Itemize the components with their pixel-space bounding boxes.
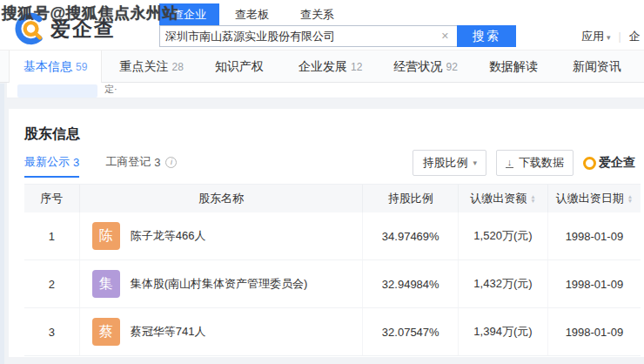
nav-count: 28: [171, 61, 183, 73]
nav-label: 经营状况: [393, 59, 442, 75]
row-index: 3: [24, 308, 80, 355]
tab-search-relation[interactable]: 查关系: [285, 3, 350, 27]
search-button[interactable]: 搜索: [457, 25, 516, 47]
nav-label: 重点关注: [119, 59, 168, 75]
shareholder-name-cell: 陈 陈子龙等466人: [80, 212, 364, 260]
tab-count: 3: [73, 156, 79, 169]
col-label: 认缴出资额: [470, 191, 527, 206]
subscribed-date: 1998-01-09: [548, 260, 641, 307]
nav-count: 92: [446, 61, 457, 73]
search-box: ✕: [159, 25, 457, 47]
sohu-watermark-text: 搜狐号@搜狐焦点永州站: [2, 3, 178, 24]
subscribed-amount: 1,394万(元): [459, 308, 548, 355]
table-header-row: 序号 股东名称 持股比例 认缴出资额 ▲ ▼ 认缴出资日期: [24, 184, 641, 212]
subscribed-amount: 1,432万(元): [459, 260, 548, 307]
holding-ratio-filter-button[interactable]: 持股比例 ▾: [413, 150, 486, 176]
info-icon[interactable]: i: [165, 157, 177, 168]
nav-count: 12: [351, 61, 362, 73]
col-label: 持股比例: [388, 191, 433, 206]
tab-latest-announcement[interactable]: 最新公示 3: [24, 154, 79, 178]
shareholder-name-link[interactable]: 陈子龙等466人: [131, 228, 206, 244]
header-right-menu: 应用▾ | 企: [581, 29, 644, 44]
shareholders-table: 序号 股东名称 持股比例 认缴出资额 ▲ ▼ 认缴出资日期: [24, 184, 641, 356]
sort-down-icon: ▼: [627, 199, 633, 203]
subscribed-amount: 1,520万(元): [459, 212, 548, 260]
column-header-no: 序号: [24, 185, 80, 212]
table-row: 3 蔡 蔡冠华等741人 32.07547% 1,394万(元) 1998-01…: [24, 308, 641, 356]
shareholder-name-link[interactable]: 蔡冠华等741人: [131, 324, 206, 340]
download-bar: [506, 167, 513, 168]
subscribed-date: 1998-01-09: [548, 212, 641, 260]
nav-label: 企业发展: [299, 59, 347, 75]
shareholder-name-cell: 蔡 蔡冠华等741人: [80, 308, 364, 355]
aiqicha-ring-icon: [583, 157, 596, 170]
holding-ratio: 32.94984%: [363, 260, 459, 307]
row-index: 2: [24, 260, 80, 307]
column-header-date: 认缴出资日期 ▲ ▼: [548, 185, 641, 212]
sort-icon[interactable]: ▲ ▼: [530, 194, 535, 203]
filter-label: 持股比例: [422, 155, 467, 171]
truncated-menu-item[interactable]: 企: [629, 29, 641, 44]
nav-tab-basic-info[interactable]: 基本信息 59: [9, 51, 102, 83]
apps-menu[interactable]: 应用▾: [581, 29, 611, 44]
download-icon: ↓: [506, 158, 513, 168]
aiqicha-watermark-text: 爱企查: [599, 155, 635, 171]
window-left-edge: [0, 84, 4, 364]
search-bar: ✕ 搜索: [159, 25, 516, 47]
holding-ratio: 34.97469%: [363, 212, 459, 260]
column-header-ratio: 持股比例: [363, 185, 459, 212]
download-arrow: ↓: [507, 158, 513, 166]
scrolled-content-fragment: 定·: [7, 83, 644, 98]
shareholders-card: 股东信息 最新公示 3 工商登记 3 i 持股比例 ▾ ↓ 下: [9, 109, 644, 357]
nav-tab-key-focus[interactable]: 重点关注 28: [105, 51, 197, 83]
section-title: 股东信息: [24, 125, 80, 144]
shareholder-name-link[interactable]: 集体股(南山村集体资产管理委员会): [131, 276, 308, 292]
aiqicha-page: 爱企查 查企业 查老板 查关系 ✕ 搜索 应用▾ | 企 搜狐号@搜狐焦点永州站: [0, 0, 644, 364]
shareholder-tabs: 最新公示 3 工商登记 3 i: [24, 154, 177, 178]
shareholder-name-cell: 集 集体股(南山村集体资产管理委员会): [80, 260, 364, 307]
nav-tab-news[interactable]: 新闻资讯: [559, 51, 639, 83]
aiqicha-watermark: 爱企查: [583, 155, 635, 171]
shareholder-avatar: 蔡: [92, 318, 120, 346]
subscribed-date: 1998-01-09: [548, 308, 641, 355]
download-data-button[interactable]: ↓ 下载数据: [496, 150, 574, 176]
nav-label: 数据解读: [489, 59, 538, 75]
search-scope-tabs: 查企业 查老板 查关系: [159, 3, 350, 27]
column-header-name: 股东名称: [80, 185, 364, 212]
nav-label: 基本信息: [23, 59, 72, 75]
col-label: 认缴出资日期: [556, 191, 624, 206]
holding-ratio: 32.07547%: [363, 308, 459, 355]
nav-tab-company-development[interactable]: 企业发展 12: [285, 51, 376, 83]
nav-tab-operating-status[interactable]: 经营状况 92: [379, 51, 471, 83]
nav-tab-data-interpretation[interactable]: 数据解读: [475, 51, 555, 83]
shareholder-avatar: 陈: [92, 222, 120, 250]
table-controls: 持股比例 ▾ ↓ 下载数据 爱企查: [413, 150, 635, 176]
table-row: 2 集 集体股(南山村集体资产管理委员会) 32.94984% 1,432万(元…: [24, 260, 641, 308]
nav-count: 59: [76, 61, 87, 73]
download-label: 下载数据: [519, 155, 564, 171]
fragment-highlight: [17, 84, 97, 98]
sort-icon[interactable]: ▲ ▼: [627, 194, 633, 203]
tab-search-boss[interactable]: 查老板: [219, 3, 285, 27]
nav-tab-intellectual-property[interactable]: 知识产权: [201, 51, 281, 83]
col-label: 序号: [40, 191, 63, 206]
company-nav-bar: 基本信息 59 重点关注 28 知识产权 企业发展 12 经营状况 92 数据解…: [0, 50, 644, 83]
col-label: 股东名称: [198, 191, 244, 206]
column-header-amount: 认缴出资额 ▲ ▼: [459, 185, 548, 212]
nav-items: 基本信息 59 重点关注 28 知识产权 企业发展 12 经营状况 92 数据解…: [0, 51, 644, 83]
shareholder-avatar: 集: [92, 270, 120, 298]
tab-business-registration[interactable]: 工商登记 3 i: [105, 154, 177, 178]
nav-label: 新闻资讯: [573, 59, 621, 75]
tab-label: 最新公示: [24, 154, 70, 170]
caret-down-icon: ▾: [473, 158, 477, 167]
search-input[interactable]: [160, 30, 438, 43]
caret-down-icon: ▾: [607, 33, 611, 42]
apps-menu-label: 应用: [581, 30, 604, 43]
sort-down-icon: ▼: [530, 199, 535, 203]
nav-label: 知识产权: [215, 59, 264, 75]
menu-divider: |: [619, 30, 621, 43]
table-row: 1 陈 陈子龙等466人 34.97469% 1,520万(元) 1998-01…: [24, 212, 641, 260]
clear-search-icon[interactable]: ✕: [441, 30, 449, 42]
fragment-text: 定·: [104, 83, 117, 96]
tab-label: 工商登记: [105, 154, 151, 170]
